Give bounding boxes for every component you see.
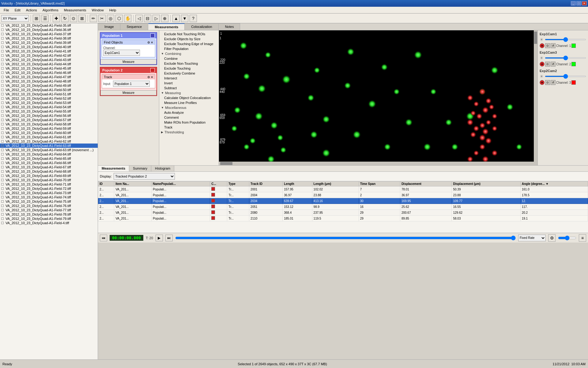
file-item-9[interactable]: VA_2012_10_23_DictyQuad-A1-Field-44.tiff	[0, 62, 98, 66]
table-row[interactable]: 2... VA_201... Populati... Tr... 2001 15…	[98, 186, 588, 192]
file-item-25[interactable]: VA_2012_10_23_DictyQuad-A1-Field-60.tiff	[0, 131, 98, 135]
file-item-8[interactable]: VA_2012_10_23_DictyQuad-A1-Field-43.tiff	[0, 58, 98, 62]
table-row[interactable]: 2... VA_201... Populati... Tr... 2080 36…	[98, 210, 588, 216]
file-item-6[interactable]: VA_2012_10_23_DictyQuad-A1-Field-41.tiff	[0, 49, 98, 53]
population-1-color-btn[interactable]	[150, 33, 155, 38]
file-item-16[interactable]: VA_2012_10_23_DictyQuad-A1-Field-51.tiff	[0, 92, 98, 96]
track-close-icon[interactable]: ✕	[151, 75, 153, 79]
find-objects-close-icon[interactable]: ✕	[151, 41, 153, 44]
channel-3-eye-btn[interactable]: ●	[540, 62, 545, 67]
col-displacement[interactable]: Displacement	[400, 182, 452, 186]
col-color[interactable]: C...	[210, 182, 227, 186]
op-group-miscellaneous[interactable]: ▼ Miscellaneous	[159, 105, 219, 110]
channel-2-eye-btn[interactable]: ●	[540, 80, 545, 85]
tab-colocalization[interactable]: Colocalization	[185, 23, 218, 30]
channel-1-slider[interactable]	[545, 39, 586, 40]
col-track-id[interactable]: Track ID	[249, 182, 283, 186]
minimize-button[interactable]: _	[571, 1, 576, 6]
col-id[interactable]: ID	[98, 182, 114, 186]
menu-actions[interactable]: Actions	[24, 8, 40, 13]
tab-sequence[interactable]: Sequence	[120, 23, 149, 30]
file-item-39[interactable]: VA_2012_10_23_DictyQuad-A1-Field-73.tiff	[0, 191, 98, 195]
toolbar-btn-list[interactable]: ☰	[41, 15, 49, 22]
op-invert[interactable]: Invert	[159, 81, 219, 86]
file-item-32[interactable]: VA_2012_10_23_DictyQuad-A1-Field-66.tiff	[0, 161, 98, 165]
file-item-36[interactable]: VA_2012_10_23_DictyQuad-A1-Field-70.tiff	[0, 178, 98, 182]
toolbar-btn-grid[interactable]: ⊞	[33, 15, 40, 22]
file-item-19[interactable]: VA_2012_10_23_DictyQuad-A1-Field-54.tiff	[0, 105, 98, 109]
channel-2-rec-btn[interactable]: ⊙	[545, 80, 550, 85]
file-item-45[interactable]: VA_2012_10_23_DictyQuad-A1-Field-79.tiff	[0, 217, 98, 221]
timeline-speed-slider[interactable]	[558, 236, 576, 240]
col-type[interactable]: Type	[227, 182, 249, 186]
toolbar-btn-help[interactable]: ?	[190, 15, 197, 22]
menu-help[interactable]: Help	[107, 8, 119, 13]
op-exclude-not-touching[interactable]: Exclude Not Touching ROIs	[159, 32, 219, 36]
track-gear-icon[interactable]: ⚙	[147, 75, 150, 79]
play-end-btn[interactable]: ⏭	[165, 235, 173, 241]
play-start-btn[interactable]: ⏮	[100, 235, 107, 241]
col-time-span[interactable]: Time Span	[359, 182, 400, 186]
channel-2-slider[interactable]	[545, 76, 586, 77]
op-calculate-colocalization[interactable]: Calculate Object Colocalization	[159, 95, 219, 100]
tab-notes[interactable]: Notes	[219, 23, 240, 30]
file-item-0[interactable]: VA_2012_10_23_DictyQuad-A1-Field-35.tiff	[0, 23, 98, 28]
op-comment[interactable]: Comment	[159, 115, 219, 120]
file-item-10[interactable]: VA_2012_10_23_DictyQuad-A1-Field-45.tiff	[0, 66, 98, 71]
file-item-43[interactable]: VA_2012_10_23_DictyQuad-A1-Field-77.tiff	[0, 208, 98, 212]
file-item-27[interactable]: VA_2012_10_23_DictyQuad-A1-Field-62.tiff	[0, 139, 98, 144]
table-row[interactable]: 2... VA_201... Populati... Tr... 2110 18…	[98, 216, 588, 221]
channel-2-reset-btn[interactable]: ↺	[551, 80, 556, 85]
col-length-um[interactable]: Length (μm)	[312, 182, 359, 186]
op-exclude-objects-size[interactable]: Exclude Objects by Size	[159, 36, 219, 41]
file-item-42[interactable]: VA_2012_10_23_DictyQuad-A1-Field-76.tiff	[0, 204, 98, 208]
op-exclude-touching-edge[interactable]: Exclude Touching Edge of Image	[159, 41, 219, 46]
channel-3-reset-btn[interactable]: ↺	[551, 62, 556, 67]
tab-measurements[interactable]: Measurements	[148, 23, 185, 30]
menu-file[interactable]: File	[1, 8, 12, 13]
file-item-34[interactable]: VA_2012_10_23_DictyQuad-A1-Field-68.tiff	[0, 169, 98, 174]
population-2-measure-btn[interactable]: Measure	[100, 90, 156, 95]
toolbar-btn-reset[interactable]: ⊙	[70, 15, 77, 22]
toolbar-btn-erase[interactable]: ✂	[98, 15, 106, 22]
op-combine[interactable]: Combine	[159, 56, 219, 61]
file-item-15[interactable]: VA_2012_10_23_DictyQuad-A1-Field-50.tiff	[0, 88, 98, 92]
file-item-22[interactable]: VA_2012_10_23_DictyQuad-A1-Field-57.tiff	[0, 118, 98, 122]
file-item-7[interactable]: VA_2012_10_23_DictyQuad-A1-Field-42.tiff	[0, 53, 98, 58]
file-item-5[interactable]: VA_2012_10_23_DictyQuad-A1-Field-40.tiff	[0, 45, 98, 49]
col-angle[interactable]: Angle (degree... ▼	[520, 182, 588, 186]
file-item-40[interactable]: VA_2012_10_23_DictyQuad-A1-Field-74.tiff	[0, 195, 98, 199]
file-item-12[interactable]: VA_2012_10_23_DictyQuad-A1-Field-47.tiff	[0, 75, 98, 79]
file-item-4[interactable]: VA_2012_10_23_DictyQuad-A1-Field-39.tiff	[0, 40, 98, 45]
channel-select[interactable]: Exp1Cam1	[103, 50, 140, 56]
file-item-33[interactable]: VA_2012_10_23_DictyQuad-A1-Field-67.tiff	[0, 165, 98, 169]
op-group-thresholding[interactable]: ▶ Thresholding	[159, 130, 219, 135]
file-item-41[interactable]: VA_2012_10_23_DictyQuad-A1-Field-75.tiff	[0, 199, 98, 204]
file-item-44[interactable]: VA_2012_10_23_DictyQuad-A1-Field-78.tiff	[0, 212, 98, 217]
op-measure-line-profiles[interactable]: Measure Line Profiles	[159, 100, 219, 105]
op-make-rois[interactable]: Make ROIs from Population	[159, 120, 219, 125]
file-item-30[interactable]: VA_2012_10_23_DictyQuad-A1-Field-64.tiff	[0, 152, 98, 156]
view-select[interactable]: XY Plane	[1, 15, 29, 22]
op-exclude-non-touching[interactable]: Exclude Non-Touching	[159, 61, 219, 66]
channel-3-rec-btn[interactable]: ⊙	[545, 62, 550, 67]
file-item-38[interactable]: VA_2012_10_23_DictyQuad-A1-Field-72.tiff	[0, 186, 98, 191]
op-exclude-touching[interactable]: Exclude Touching	[159, 66, 219, 71]
population-2-color-btn[interactable]	[150, 68, 155, 72]
rate-select[interactable]: Fixed Rate	[518, 235, 546, 241]
h-scrollbar[interactable]	[219, 162, 537, 165]
file-item-11[interactable]: VA_2012_10_23_DictyQuad-A1-Field-46.tiff	[0, 71, 98, 75]
col-item-name[interactable]: Item Na...	[114, 182, 152, 186]
file-item-24[interactable]: VA_2012_10_23_DictyQuad-A1-Field-59.tiff	[0, 126, 98, 131]
channel-3-slider[interactable]	[545, 57, 586, 59]
toolbar-btn-up-arrow[interactable]: ▲	[172, 15, 180, 22]
toolbar-btn-zoom-fit[interactable]: ⊠	[78, 15, 86, 22]
timeline-slider[interactable]	[175, 236, 516, 240]
menu-edit[interactable]: Edit	[12, 8, 23, 13]
toolbar-btn-pen[interactable]: ✏	[90, 15, 97, 22]
op-auto-analyze[interactable]: Auto Analyze	[159, 110, 219, 115]
meas-tab-histogram[interactable]: Histogram	[151, 166, 174, 171]
toolbar-btn-quad[interactable]: ⊟	[144, 15, 151, 22]
file-item-35[interactable]: VA_2012_10_23_DictyQuad-A1-Field-69.tiff	[0, 174, 98, 178]
table-row[interactable]: 2... VA_201... Populati... Tr... 2004 36…	[98, 192, 588, 198]
